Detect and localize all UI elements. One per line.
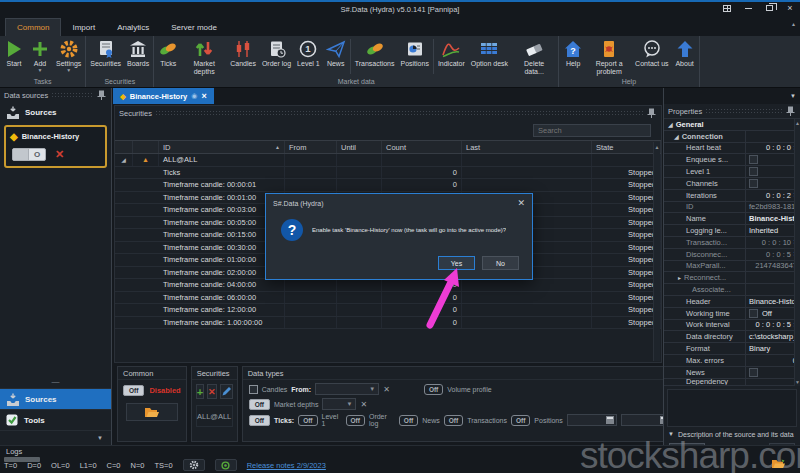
prop-transaction-timeout[interactable]: Transactio... 0 : 0 : 10▲▼ [664, 237, 800, 249]
checkbox[interactable] [749, 309, 758, 318]
table-row[interactable]: ▲ Timeframe candle: 12:00:00 0 Stopped [115, 304, 661, 317]
security-selector-value[interactable]: ALL@ALL [196, 405, 233, 427]
prop-news[interactable]: News [664, 367, 800, 379]
candles-from-dropdown[interactable]: ▼ [315, 383, 379, 395]
order-log-toggle[interactable]: Off [346, 415, 365, 426]
status-settings-button[interactable] [183, 459, 205, 471]
prop-heart-beat[interactable]: Heart beat 0 : 0 : 0▲▼ [664, 143, 800, 155]
add-security-button[interactable]: + [196, 384, 204, 399]
contact-us-button[interactable]: Contact us [632, 36, 671, 68]
close-button[interactable]: × [784, 3, 796, 13]
col-id[interactable]: ID▲ [159, 141, 285, 153]
checkbox[interactable] [749, 368, 758, 377]
indicator-button[interactable]: Indicator [435, 36, 468, 68]
transactions-button[interactable]: Transactions [352, 36, 398, 68]
prop-logging-level[interactable]: Logging le... Inherited [664, 225, 800, 237]
pin-icon[interactable] [646, 108, 657, 119]
table-row[interactable]: ▲ Timeframe candle: 06:00:00 0 Stopped [115, 292, 661, 305]
table-row[interactable]: ▲ Timeframe candle: 04:00:00 0 Stopped [115, 279, 661, 292]
start-button[interactable]: Start [1, 36, 27, 68]
ribbon-collapse-icon[interactable]: ▴ [792, 20, 795, 27]
screens-icon[interactable] [721, 3, 733, 13]
prop-format[interactable]: Format Binary [664, 343, 800, 355]
connection-status-button[interactable] [215, 459, 237, 471]
candles-checkbox[interactable] [249, 385, 258, 394]
prop-category-general[interactable]: ◢General [664, 119, 800, 131]
table-scrollbar[interactable]: ▲ [653, 142, 660, 361]
positions-toggle[interactable]: Off [511, 415, 530, 426]
nav-tools[interactable]: Tools [0, 409, 111, 430]
prop-max-parallel[interactable]: MaxParall... 2147483647 [664, 261, 800, 273]
prop-id[interactable]: ID fe2bd983-181d-... [664, 202, 800, 214]
search-input[interactable] [533, 124, 651, 137]
transactions-toggle[interactable]: Off [444, 415, 463, 426]
properties-scrollbar[interactable]: ▲▼ [794, 119, 800, 386]
securities-button[interactable]: Securities [87, 36, 124, 68]
tab-server-mode[interactable]: Server mode [160, 19, 228, 36]
checkbox[interactable] [749, 155, 758, 164]
pin-icon[interactable] [785, 106, 796, 117]
clear-icon[interactable]: ✕ [383, 385, 390, 394]
prop-working-time[interactable]: Working time Off [664, 308, 800, 320]
tab-close-icon[interactable]: × [201, 91, 206, 101]
prop-level1[interactable]: Level 1 [664, 166, 800, 178]
prop-disconnect-timeout[interactable]: Disconnec... 0 : 0 : 5▲▼ [664, 249, 800, 261]
prop-max-errors[interactable]: Max. errors 0 [664, 355, 800, 367]
prop-name[interactable]: Name Binance-History [664, 213, 800, 225]
col-state[interactable]: State [592, 141, 661, 153]
col-until[interactable]: Until [337, 141, 382, 153]
prop-work-interval[interactable]: Work interval 0 : 0 : 0 : 5▲▼ [664, 320, 800, 332]
order-log-button[interactable]: Order log [259, 36, 294, 68]
prop-reconnect-group[interactable]: ▸Reconnect... [664, 272, 800, 284]
level1-toggle[interactable]: Off [298, 415, 317, 426]
task-enable-toggle[interactable]: O [12, 148, 46, 161]
tab-binance-history[interactable]: ◆ Binance-History ◉ × [113, 88, 214, 104]
open-folder-icon[interactable] [771, 458, 786, 470]
prop-iterations[interactable]: Iterations 0 : 0 : 2▲▼ [664, 190, 800, 202]
news-button[interactable]: News [323, 36, 349, 68]
remove-security-button[interactable]: ✕ [207, 384, 217, 399]
restore-button[interactable] [763, 3, 775, 13]
prop-associate[interactable]: Associate... [664, 284, 800, 296]
col-from[interactable]: From [285, 141, 337, 153]
no-button[interactable]: No [482, 256, 519, 270]
panel-menu-caret[interactable]: ▼ [790, 93, 796, 99]
release-notes-link[interactable]: Release notes 2/9/2023 [247, 461, 326, 470]
market-depths-toggle[interactable]: Off [249, 399, 270, 410]
option-desk-button[interactable]: Option desk [468, 36, 511, 68]
prop-header[interactable]: Header Binance-History [664, 296, 800, 308]
prop-category-connection[interactable]: ◢Connection [664, 131, 800, 143]
market-depths-button[interactable]: Market depths [181, 36, 227, 76]
nav-sources[interactable]: Sources [0, 388, 111, 409]
clear-icon[interactable]: ✕ [360, 400, 367, 409]
candles-button[interactable]: Candles [227, 36, 259, 68]
table-row[interactable]: ▲ Ticks 0 Stopped [115, 167, 661, 180]
tab-common[interactable]: Common [5, 18, 61, 36]
common-off-toggle[interactable]: Off [123, 385, 144, 396]
help-button[interactable]: ? Help [560, 36, 586, 68]
prop-dependency[interactable]: Dependency [664, 379, 800, 386]
prop-enqueue[interactable]: Enqueue s... [664, 154, 800, 166]
settings-button[interactable]: Settings ▼ [53, 36, 84, 73]
prop-channels[interactable]: Channels [664, 178, 800, 190]
tab-import[interactable]: Import [61, 19, 106, 36]
dialog-close-icon[interactable]: ✕ [517, 198, 525, 208]
boards-button[interactable]: Boards [124, 36, 152, 68]
table-row[interactable]: ▲ Timeframe candle: 1.00:00:00 0 Stopped [115, 317, 661, 330]
open-folder-button[interactable] [126, 403, 178, 421]
table-row[interactable]: ▲ Timeframe candle: 00:00:01 0 Stopped [115, 179, 661, 192]
report-problem-button[interactable]: Report a problem [586, 36, 632, 76]
minimize-button[interactable] [742, 3, 754, 13]
ticks-main-toggle[interactable]: Off [249, 415, 270, 426]
tab-pin-icon[interactable]: ◉ [191, 92, 197, 100]
market-depths-dropdown[interactable]: ▼ [322, 398, 356, 410]
volume-profile-toggle[interactable]: Off [424, 384, 443, 395]
checkbox[interactable] [749, 167, 758, 176]
col-last[interactable]: Last [462, 141, 592, 153]
sources-group-header[interactable]: Sources [0, 102, 111, 123]
panel-splitter[interactable]: — [0, 378, 111, 388]
level1-button[interactable]: 1 Level 1 [294, 36, 323, 68]
description-toggle[interactable]: ▼ Description of the source and its data [664, 427, 800, 438]
nav-overflow-button[interactable]: ▼ [0, 430, 111, 445]
prop-data-directory[interactable]: Data directory c:\stocksharp_ins... [664, 331, 800, 343]
